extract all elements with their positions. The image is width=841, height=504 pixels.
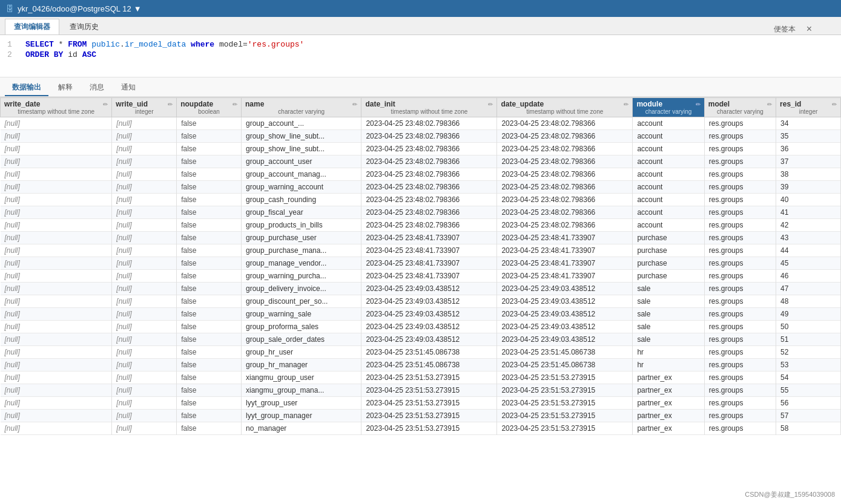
col-edit-icon-write_date[interactable]: ✏: [103, 101, 108, 108]
cell-noupdate: false: [177, 117, 242, 130]
col-header-write_uid[interactable]: write_uid ✏ integer: [112, 98, 177, 117]
cell-model: res.groups: [704, 295, 776, 308]
cell-res_id: 54: [776, 371, 841, 384]
table-row[interactable]: [null][null]falsegroup_account_user2023-…: [1, 155, 841, 168]
cell-module: account: [633, 181, 704, 194]
cell-date_update: 2023-04-25 23:51:53.273915: [497, 422, 633, 435]
tab-query-history[interactable]: 查询历史: [61, 19, 108, 34]
cell-write_uid: [null]: [112, 384, 177, 397]
cell-res_id: 49: [776, 308, 841, 321]
col-header-date_init[interactable]: date_init ✏ timestamp without time zone: [361, 98, 497, 117]
table-row[interactable]: [null][null]falsegroup_delivery_invoice.…: [1, 283, 841, 295]
cell-name: group_sale_order_dates: [241, 333, 361, 346]
tab-query-editor[interactable]: 查询编辑器: [5, 19, 59, 34]
table-row[interactable]: [null][null]falsegroup_sale_order_dates2…: [1, 333, 841, 346]
table-row[interactable]: [null][null]falselyyt_group_manager2023-…: [1, 410, 841, 422]
cell-date_init: 2023-04-25 23:48:02.798366: [361, 143, 497, 155]
cell-module: account: [633, 219, 704, 232]
close-button[interactable]: ×: [802, 24, 817, 34]
col-header-write_date[interactable]: write_date ✏ timestamp without time zone: [1, 98, 112, 117]
cell-date_update: 2023-04-25 23:49:03.438512: [497, 283, 633, 295]
table-row[interactable]: [null][null]falselyyt_group_user2023-04-…: [1, 397, 841, 410]
cell-res_id: 34: [776, 117, 841, 130]
col-edit-icon-res_id[interactable]: ✏: [832, 101, 837, 108]
col-name-name: name: [245, 100, 264, 108]
cell-res_id: 55: [776, 384, 841, 397]
cell-name: group_products_in_bills: [241, 219, 361, 232]
result-tab-explain[interactable]: 解释: [51, 80, 80, 96]
cell-module: purchase: [633, 270, 704, 283]
col-header-date_update[interactable]: date_update ✏ timestamp without time zon…: [497, 98, 633, 117]
cell-date_init: 2023-04-25 23:51:53.273915: [361, 397, 497, 410]
cell-module: partner_ex: [633, 384, 704, 397]
title-bar: 🗄 ykr_0426/odoo@PostgreSQL 12 ▼: [0, 0, 841, 17]
db-icon: 🗄: [6, 4, 14, 13]
cell-date_init: 2023-04-25 23:48:41.733907: [361, 270, 497, 283]
col-edit-icon-module[interactable]: ✏: [696, 101, 701, 108]
cell-res_id: 52: [776, 346, 841, 359]
dropdown-icon[interactable]: ▼: [134, 4, 142, 13]
table-row[interactable]: [null][null]falsegroup_manage_vendor...2…: [1, 257, 841, 270]
table-row[interactable]: [null][null]falsegroup_cash_rounding2023…: [1, 194, 841, 206]
col-edit-icon-name[interactable]: ✏: [352, 101, 357, 108]
col-edit-icon-date_update[interactable]: ✏: [624, 101, 628, 108]
cell-write_uid: [null]: [112, 359, 177, 371]
cell-write_uid: [null]: [112, 422, 177, 435]
cell-date_update: 2023-04-25 23:51:45.086738: [497, 359, 633, 371]
table-row[interactable]: [null][null]falsegroup_proforma_sales202…: [1, 321, 841, 333]
table-row[interactable]: [null][null]falsegroup_warning_purcha...…: [1, 270, 841, 283]
cell-res_id: 36: [776, 143, 841, 155]
table-row[interactable]: [null][null]falsegroup_products_in_bills…: [1, 219, 841, 232]
table-row[interactable]: [null][null]falsexiangmu_group_user2023-…: [1, 371, 841, 384]
table-row[interactable]: [null][null]falsegroup_hr_manager2023-04…: [1, 359, 841, 371]
col-header-module[interactable]: module ✏ character varying: [633, 98, 704, 117]
table-row[interactable]: [null][null]falseno_manager2023-04-25 23…: [1, 422, 841, 435]
cell-write_uid: [null]: [112, 117, 177, 130]
sql-editor[interactable]: 1 SELECT * FROM public.ir_model_data whe…: [0, 35, 841, 77]
cell-name: group_warning_account: [241, 181, 361, 194]
col-edit-icon-noupdate[interactable]: ✏: [233, 101, 237, 108]
table-row[interactable]: [null][null]falsegroup_hr_user2023-04-25…: [1, 346, 841, 359]
table-row[interactable]: [null][null]falsegroup_show_line_subt...…: [1, 130, 841, 143]
table-row[interactable]: [null][null]falsegroup_account_...2023-0…: [1, 117, 841, 130]
table-row[interactable]: [null][null]falsegroup_warning_sale2023-…: [1, 308, 841, 321]
cell-noupdate: false: [177, 371, 242, 384]
col-header-name[interactable]: name ✏ character varying: [241, 98, 361, 117]
col-edit-icon-model[interactable]: ✏: [767, 101, 772, 108]
table-row[interactable]: [null][null]falsegroup_purchase_mana...2…: [1, 244, 841, 257]
table-row[interactable]: [null][null]falsegroup_fiscal_year2023-0…: [1, 206, 841, 219]
cell-date_init: 2023-04-25 23:51:53.273915: [361, 422, 497, 435]
notepad-label: 便签本: [774, 24, 796, 34]
col-header-res_id[interactable]: res_id ✏ integer: [776, 98, 841, 117]
table-row[interactable]: [null][null]falsegroup_purchase_user2023…: [1, 232, 841, 244]
cell-module: partner_ex: [633, 422, 704, 435]
cell-noupdate: false: [177, 232, 242, 244]
cell-date_update: 2023-04-25 23:48:02.798366: [497, 155, 633, 168]
cell-date_update: 2023-04-25 23:48:02.798366: [497, 130, 633, 143]
result-tab-notifications[interactable]: 通知: [114, 80, 143, 96]
cell-module: partner_ex: [633, 410, 704, 422]
col-header-model[interactable]: model ✏ character varying: [704, 98, 776, 117]
cell-noupdate: false: [177, 270, 242, 283]
cell-module: purchase: [633, 257, 704, 270]
cell-write_date: [null]: [1, 117, 112, 130]
cell-module: sale: [633, 308, 704, 321]
result-tab-messages[interactable]: 消息: [82, 80, 111, 96]
cell-name: lyyt_group_user: [241, 397, 361, 410]
cell-date_init: 2023-04-25 23:51:53.273915: [361, 371, 497, 384]
col-edit-icon-date_init[interactable]: ✏: [488, 101, 493, 108]
cell-name: group_show_line_subt...: [241, 143, 361, 155]
col-type-write_date: timestamp without time zone: [4, 108, 108, 115]
result-tab-data-output[interactable]: 数据输出: [5, 80, 48, 96]
cell-module: sale: [633, 333, 704, 346]
col-edit-icon-write_uid[interactable]: ✏: [168, 101, 173, 108]
cell-write_uid: [null]: [112, 130, 177, 143]
table-row[interactable]: [null][null]falsegroup_discount_per_so..…: [1, 295, 841, 308]
cell-model: res.groups: [704, 359, 776, 371]
table-row[interactable]: [null][null]falsegroup_account_manag...2…: [1, 168, 841, 181]
table-row[interactable]: [null][null]falsexiangmu_group_mana...20…: [1, 384, 841, 397]
col-header-noupdate[interactable]: noupdate ✏ boolean: [177, 98, 242, 117]
table-row[interactable]: [null][null]falsegroup_show_line_subt...…: [1, 143, 841, 155]
table-row[interactable]: [null][null]falsegroup_warning_account20…: [1, 181, 841, 194]
cell-module: account: [633, 168, 704, 181]
